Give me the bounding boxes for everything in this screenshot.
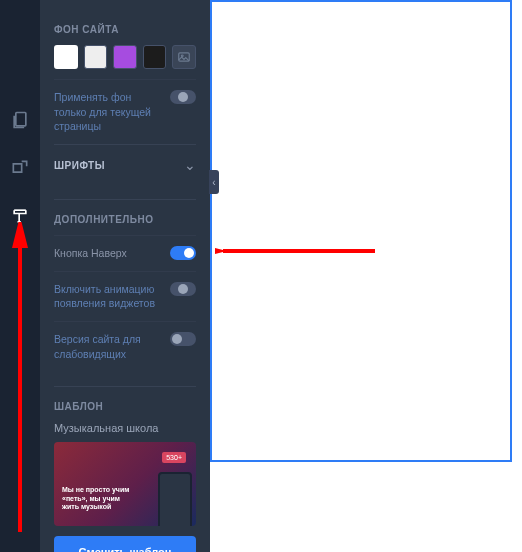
- a11y-label: Версия сайта для слабовидящих: [54, 332, 162, 361]
- chevron-down-icon: ⌄: [184, 157, 196, 173]
- top-btn-label: Кнопка Наверх: [54, 246, 162, 261]
- svg-rect-0: [16, 113, 26, 126]
- pages-icon[interactable]: [10, 110, 30, 130]
- blocks-icon[interactable]: [10, 158, 30, 178]
- swatch-image[interactable]: [172, 45, 196, 69]
- tpl-phone-mock: [158, 472, 192, 526]
- apply-bg-toggle[interactable]: [170, 90, 196, 104]
- swatch-dark[interactable]: [143, 45, 167, 69]
- fonts-title: ШРИФТЫ: [54, 160, 105, 171]
- extra-section-title: ДОПОЛНИТЕЛЬНО: [54, 199, 196, 225]
- a11y-toggle[interactable]: [170, 332, 196, 346]
- swatch-purple[interactable]: [113, 45, 137, 69]
- left-rail: [0, 0, 40, 552]
- canvas-area[interactable]: [210, 0, 522, 552]
- design-icon[interactable]: [10, 206, 30, 226]
- selection-frame: [210, 0, 512, 462]
- fonts-section-header[interactable]: ШРИФТЫ ⌄: [54, 144, 196, 185]
- tpl-preview[interactable]: 530+ Мы не просто учим «петь», мы учим ж…: [54, 442, 196, 526]
- tpl-preview-text: Мы не просто учим «петь», мы учим жить м…: [62, 486, 132, 511]
- anim-toggle[interactable]: [170, 282, 196, 296]
- swatch-white[interactable]: [54, 45, 78, 69]
- apply-bg-label: Применять фон только для текущей страниц…: [54, 90, 162, 134]
- top-btn-toggle[interactable]: [170, 246, 196, 260]
- tpl-badge: 530+: [162, 452, 186, 463]
- collapse-panel-tab[interactable]: ‹: [209, 170, 219, 194]
- tpl-section-title: ШАБЛОН: [54, 386, 196, 412]
- bg-swatches: [54, 45, 196, 69]
- anim-label: Включить анимацию появления виджетов: [54, 282, 162, 311]
- change-template-button[interactable]: Сменить шаблон: [54, 536, 196, 553]
- tpl-name: Музыкальная школа: [54, 422, 196, 434]
- bg-section-title: ФОН САЙТА: [54, 24, 196, 35]
- swatch-light[interactable]: [84, 45, 108, 69]
- settings-panel: ФОН САЙТА Применять фон только для текущ…: [40, 0, 210, 552]
